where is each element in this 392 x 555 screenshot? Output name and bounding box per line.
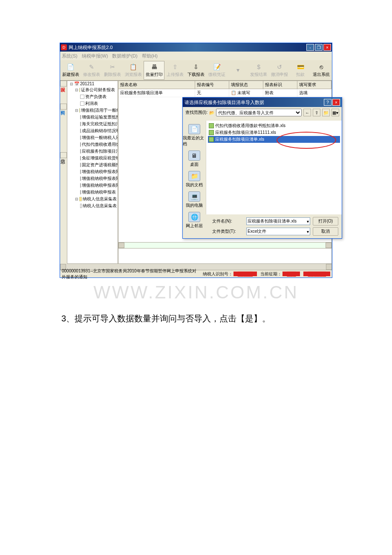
taxpayer-label: 纳税人识别号： [203, 271, 233, 277]
places-item[interactable]: 🖥桌面 [183, 149, 206, 169]
toolbar-icon: ▾ [234, 66, 242, 74]
places-icon: 📄 [188, 124, 200, 134]
tree-leaf[interactable]: 代扣代缴税收通用缴 [67, 141, 118, 148]
tree-leaf[interactable]: 增值税一般纳税人应 [67, 134, 118, 141]
look-in-select[interactable]: 代扣代缴、应税服务导入文件 [216, 109, 302, 116]
toolbar-button[interactable]: ⎋退出系统 [311, 61, 332, 80]
window-title: 网上纳税申报系统2.0 [69, 44, 306, 51]
message-panel [118, 248, 331, 263]
toolbar-button[interactable]: 📄新建报表 [60, 61, 81, 80]
places-item[interactable]: 📁我的文档 [183, 169, 206, 190]
document-icon [80, 170, 81, 174]
cell-req: 选填 [297, 89, 331, 97]
toolbar-icon: $ [255, 63, 262, 71]
document-icon [80, 101, 84, 106]
document-icon [80, 136, 81, 140]
xls-icon [209, 137, 214, 142]
close-button[interactable]: × [323, 44, 331, 51]
tree-leaf[interactable]: 资产负债表 [67, 93, 118, 100]
document-icon [80, 156, 81, 160]
maximize-button[interactable]: ❐ [315, 44, 323, 51]
places-item[interactable]: 📄我最近的文档 [183, 122, 206, 149]
col-mark: 报表标识 [263, 81, 297, 89]
scroll-right-icon[interactable] [326, 243, 331, 248]
filename-label: 文件名(N): [212, 218, 244, 224]
toolbar-icon: ↺ [276, 63, 283, 71]
status-icon: 📋 [231, 90, 236, 95]
menu-help[interactable]: 帮助(H) [142, 53, 158, 59]
filename-input[interactable]: 应税服务扣除项目清单.xls▾ [246, 217, 310, 225]
period-redacted: ███ [282, 272, 300, 276]
period-label: 当前征期： [260, 271, 282, 277]
tab-reports[interactable]: 报表 [60, 81, 67, 87]
tree-leaf[interactable]: 纳税人信息采集表 [67, 202, 118, 209]
content-scrollbar[interactable] [118, 242, 331, 248]
toolbar-button: ✎修改报表 [81, 61, 102, 80]
scroll-left-icon[interactable] [118, 243, 124, 248]
dialog-help-button[interactable]: ? [324, 99, 331, 106]
tree-leaf[interactable]: 增值税运输发票抵扣 [67, 114, 118, 121]
toolbar-icon: 💳 [297, 63, 304, 71]
open-button[interactable]: 打开(O) [313, 217, 338, 225]
up-button[interactable]: ⇧ [313, 109, 320, 116]
toolbar-button[interactable]: 🖶批量打印 [144, 61, 164, 80]
tree-leaf[interactable]: 利润表 [67, 100, 118, 107]
menu-declare[interactable]: 纳税申报(W) [82, 53, 108, 59]
document-icon [80, 183, 81, 188]
xls-icon [209, 123, 214, 128]
document-icon [80, 149, 81, 153]
toolbar-button: ✂删除报表 [102, 61, 123, 80]
toolbar-button[interactable]: ⇩下载报表 [185, 61, 206, 80]
tree-panel: ⊟📅 201211⊟ 证券公司财务报表（月报） 资产负债表 利润表⊟ 增值税(适… [67, 81, 118, 264]
filetype-select[interactable]: Excel文件▾ [246, 228, 310, 235]
list-item[interactable]: 应税服务扣除项目清单11111.xls [208, 129, 340, 136]
tree-leaf[interactable]: 增值税纳税申报表附 [67, 168, 118, 175]
tree-leaf[interactable]: 免征增值税应税货物 [67, 155, 118, 162]
tree-group[interactable]: ⊟ 增值税(适用于一般纳税 [67, 107, 118, 114]
list-item[interactable]: 代扣代缴税收通用缴款书抵扣清单.xls [208, 122, 340, 129]
cell-mark: 附表 [263, 89, 297, 97]
toolbar-icon: ⎋ [317, 63, 325, 71]
cancel-button[interactable]: 取消 [313, 227, 338, 236]
places-icon: 🖥 [188, 150, 200, 161]
minimize-button[interactable]: - [306, 44, 314, 51]
xls-icon [209, 130, 214, 135]
new-folder-button[interactable]: 📁 [322, 109, 330, 116]
status-bar: 000000013931--北京市国家税务局2010年春节假期暂停网上申报系统对… [60, 270, 332, 278]
toolbar-button: $发报结果 [248, 61, 269, 80]
tab-profile[interactable]: 资料 [60, 104, 67, 110]
toolbar-icon: ⇧ [171, 63, 179, 71]
tree-leaf[interactable]: 增值税纳税申报表（ [67, 189, 118, 196]
window-controls: - ❐ × [306, 44, 331, 51]
back-button[interactable]: ← [303, 109, 311, 116]
tree-leaf[interactable]: 增值税纳税申报表附 [67, 175, 118, 182]
tree-leaf[interactable]: 成品油购销存情况明 [67, 127, 118, 134]
tree-leaf[interactable]: 应税服务扣除项目清 [67, 148, 118, 155]
tab-info[interactable]: 信息 [60, 152, 67, 158]
menu-data[interactable]: 数据维护(D) [112, 53, 137, 59]
left-tabs: 报表 资料 信息 [60, 81, 67, 264]
col-status: 填报状态 [229, 81, 263, 89]
look-in-label: 查找范围(I): [185, 110, 208, 116]
dialog-close-button[interactable]: × [332, 99, 340, 106]
places-icon: 🌐 [188, 212, 200, 222]
tree-leaf[interactable]: 海关完税凭证抵扣清 [67, 121, 118, 127]
title-bar: D 网上纳税申报系统2.0 - ❐ × [60, 43, 332, 52]
col-id: 报表编号 [195, 81, 229, 89]
table-row[interactable]: 应税服务扣除项目清单 无 📋 未填写 附表 选填 [118, 89, 331, 97]
menu-system[interactable]: 系统(S) [62, 53, 78, 59]
document-icon [80, 95, 84, 99]
document-icon [80, 142, 81, 147]
toolbar: 📄新建报表✎修改报表✂删除报表📋浏览报表🖶批量打印⇧上传报表⇩下载报表📝缴税凭证… [60, 60, 332, 81]
tree-group[interactable]: ⊟ 证券公司财务报表（月报） [67, 87, 118, 93]
col-req: 填写要求 [297, 81, 331, 89]
places-item[interactable]: 💻我的电脑 [183, 190, 206, 210]
tree-leaf[interactable]: 增值税纳税申报表附 [67, 182, 118, 189]
places-item[interactable]: 🌐网上邻居 [183, 210, 206, 231]
tree-group[interactable]: ⊟ 纳税人信息采集表 [67, 196, 118, 202]
main-area: 报表 资料 信息 ⊟📅 201211⊟ 证券公司财务报表（月报） 资产负债表 利… [60, 81, 332, 264]
tree-root[interactable]: ⊟📅 201211 [67, 81, 118, 87]
view-button[interactable]: ▦▾ [331, 109, 339, 116]
list-item-selected[interactable]: 应税服务扣除项目清单.xls [208, 136, 340, 143]
tree-leaf[interactable]: 固定资产进项税额抵 [67, 162, 118, 168]
